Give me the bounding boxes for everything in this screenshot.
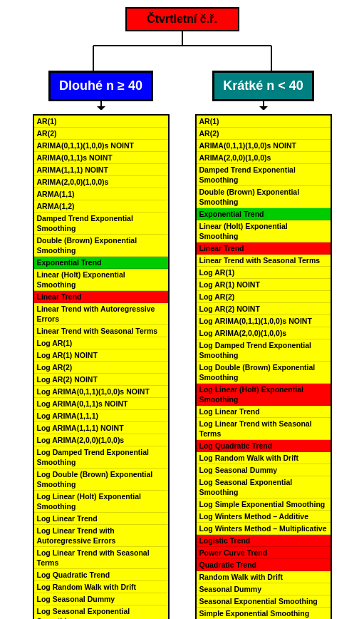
right-list: AR(1)AR(2)ARIMA(0,1,1)(1,0,0)s NOINTARIM… <box>195 114 332 619</box>
list-item: ARIMA(0,1,1)s NOINT <box>34 152 168 164</box>
list-item: ARMA(1,2) <box>34 200 168 213</box>
list-item: Log ARIMA(1,1,1) <box>34 410 168 422</box>
list-item: Log Damped Trend Exponential Smoothing <box>34 446 168 469</box>
list-item: Linear Trend with Seasonal Terms <box>34 325 168 337</box>
list-item: Exponential Trend <box>34 257 168 269</box>
list-item: ARIMA(0,1,1)(1,0,0)s NOINT <box>197 140 331 152</box>
list-item: Log Linear Trend <box>197 406 331 418</box>
list-item: Log Random Walk with Drift <box>197 452 331 464</box>
list-item: Log AR(1) NOINT <box>197 279 331 291</box>
list-item: Linear Trend <box>197 242 331 255</box>
list-item: Linear (Holt) Exponential Smoothing <box>197 220 331 242</box>
list-item: Damped Trend Exponential Smoothing <box>34 213 168 235</box>
list-item: Log Seasonal Exponential Smoothing <box>34 605 168 619</box>
list-item: Log ARIMA(2,0,0)(1,0,0)s <box>34 434 168 446</box>
left-branch: Dlouhé n ≥ 40 AR(1)AR(2)ARIMA(0,1,1)(1,0… <box>33 71 170 619</box>
right-category-box: Krátké n < 40 <box>212 71 314 101</box>
list-item: Log Seasonal Dummy <box>197 464 331 476</box>
list-item: Log Quadratic Trend <box>34 569 168 581</box>
list-item: Log Damped Trend Exponential Smoothing <box>197 339 331 362</box>
list-item: Log ARIMA(2,0,0)(1,0,0)s <box>197 327 331 339</box>
list-item: Log AR(1) <box>197 267 331 279</box>
list-item: Log Double (Brown) Exponential Smoothing <box>197 362 331 384</box>
list-item: Log Seasonal Exponential Smoothing <box>197 476 331 498</box>
list-item: Double (Brown) Exponential Smoothing <box>34 235 168 257</box>
list-item: Log Seasonal Dummy <box>34 593 168 605</box>
list-item: Log Linear Trend with Seasonal Terms <box>34 547 168 569</box>
list-item: Log Quadratic Trend <box>197 440 331 452</box>
list-item: Log Linear Trend with Seasonal Terms <box>197 418 331 440</box>
list-item: AR(2) <box>197 128 331 140</box>
list-item: ARIMA(2,0,0)(1,0,0)s <box>197 152 331 164</box>
connector-svg <box>33 31 332 71</box>
list-item: Seasonal Exponential Smoothing <box>197 595 331 608</box>
page: Čtvrtletní č.ř. Dlouhé n ≥ 40 AR(1)AR(2)… <box>0 0 364 619</box>
list-item: Log Linear (Holt) Exponential Smoothing <box>34 491 168 513</box>
list-item: Exponential Trend <box>197 208 331 220</box>
list-item: Linear Trend with Autoregressive Errors <box>34 303 168 325</box>
list-item: Log Double (Brown) Exponential Smoothing <box>34 469 168 491</box>
list-item: Damped Trend Exponential Smoothing <box>197 164 331 186</box>
list-item: Log AR(2) <box>34 362 168 374</box>
list-item: Linear (Holt) Exponential Smoothing <box>34 269 168 291</box>
list-item: Linear Trend <box>34 291 168 303</box>
left-arrow <box>94 101 108 110</box>
svg-marker-7 <box>259 106 268 110</box>
list-item: Log AR(1) <box>34 337 168 349</box>
left-list: AR(1)AR(2)ARIMA(0,1,1)(1,0,0)s NOINTARIM… <box>33 114 170 619</box>
list-item: Log ARIMA(0,1,1)(1,0,0)s NOINT <box>34 386 168 398</box>
list-item: Log AR(2) <box>197 291 331 303</box>
list-item: Log Random Walk with Drift <box>34 581 168 593</box>
svg-marker-5 <box>97 106 105 110</box>
list-item: ARMA(1,1) <box>34 188 168 200</box>
list-item: Log ARIMA(0,1,1)(1,0,0)s NOINT <box>197 315 331 327</box>
list-item: Log AR(1) NOINT <box>34 349 168 362</box>
list-item: Power Curve Trend <box>197 547 331 559</box>
list-item: Log Linear (Holt) Exponential Smoothing <box>197 384 331 406</box>
list-item: Log AR(2) NOINT <box>34 374 168 386</box>
list-item: ARIMA(0,1,1)(1,0,0)s NOINT <box>34 140 168 152</box>
list-item: ARIMA(2,0,0)(1,0,0)s <box>34 176 168 188</box>
list-item: Quadratic Trend <box>197 559 331 571</box>
list-item: AR(1) <box>197 116 331 128</box>
list-item: Log Simple Exponential Smoothing <box>197 498 331 511</box>
list-item: Log AR(2) NOINT <box>197 303 331 315</box>
right-branch: Krátké n < 40 AR(1)AR(2)ARIMA(0,1,1)(1,0… <box>195 71 332 619</box>
list-item: Seasonal Dummy <box>197 583 331 595</box>
list-item: Log Winters Method – Additive <box>197 511 331 523</box>
list-item: AR(1) <box>34 116 168 128</box>
list-item: Log ARIMA(0,1,1)s NOINT <box>34 398 168 410</box>
list-item: Linear Trend with Seasonal Terms <box>197 255 331 267</box>
title-box: Čtvrtletní č.ř. <box>125 7 239 31</box>
list-item: AR(2) <box>34 128 168 140</box>
left-category-box: Dlouhé n ≥ 40 <box>48 71 153 101</box>
list-item: Logistic Trend <box>197 535 331 547</box>
list-item: Log Linear Trend <box>34 513 168 525</box>
list-item: Log Winters Method – Multiplicative <box>197 523 331 535</box>
list-item: Double (Brown) Exponential Smoothing <box>197 186 331 208</box>
right-arrow <box>256 101 271 110</box>
list-item: Log ARIMA(1,1,1) NOINT <box>34 422 168 434</box>
list-item: Random Walk with Drift <box>197 571 331 583</box>
list-item: Log Linear Trend with Autoregressive Err… <box>34 525 168 547</box>
list-item: Simple Exponential Smoothing <box>197 608 331 619</box>
list-item: ARIMA(1,1,1) NOINT <box>34 164 168 176</box>
